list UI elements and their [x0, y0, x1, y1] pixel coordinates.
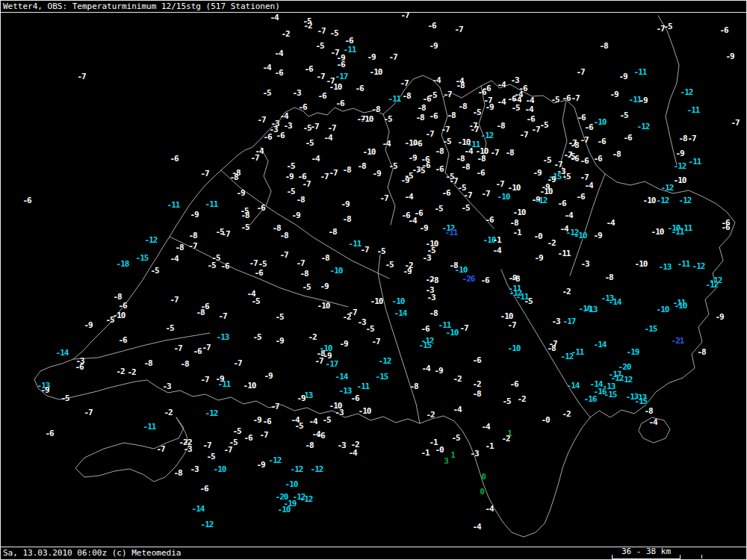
station-temp: -11 [357, 382, 370, 391]
station-temp: -8 [644, 406, 652, 416]
station-temp: -21 [672, 336, 684, 346]
station-temp: -5 [502, 396, 510, 406]
station-temp: 0 [481, 472, 486, 482]
station-temp: -5 [434, 204, 442, 214]
station-temp: -19 [627, 347, 639, 357]
station-temp: -7 [310, 122, 318, 131]
station-temp: -7 [443, 90, 451, 99]
station-temp: -12 [145, 235, 158, 245]
station-temp: -2 [127, 367, 135, 377]
station-temp: -4 [311, 154, 319, 164]
station-temp: -7 [233, 358, 241, 368]
station-temp: -3 [510, 75, 518, 85]
station-temp: -6 [263, 132, 271, 142]
station-temp: -8 [371, 105, 379, 114]
station-temp: -12 [681, 87, 693, 97]
station-temp: -10 [508, 343, 521, 353]
scale-bar: 36 - 38 km [612, 548, 706, 559]
station-temp: -1 [485, 441, 493, 451]
station-temp: -8 [458, 102, 466, 111]
station-temp: -10 [657, 305, 669, 314]
station-temp: -8 [435, 146, 443, 156]
station-temp: -10 [371, 296, 383, 306]
map-area: -7-4-5-2-7-5-2-6-11-5-4-7-9-9-6-4-6-6-7-… [1, 13, 747, 547]
station-temp: -4 [279, 111, 288, 121]
station-temp: -8 [320, 253, 329, 263]
station-temp: -5 [562, 172, 570, 181]
station-temp: -4 [497, 80, 505, 90]
station-temp: -8 [604, 273, 613, 282]
station-temp: -5 [165, 323, 173, 333]
station-temp: -7 [490, 148, 498, 158]
station-temp: -7 [84, 408, 92, 417]
station-temp: -9 [725, 52, 734, 61]
station-temp: -13 [339, 386, 352, 396]
station-temp: -9 [297, 393, 305, 403]
station-temp: -9 [190, 210, 198, 220]
station-temp: -1 [512, 228, 521, 237]
station-temp: -4 [564, 211, 572, 220]
station-temp: -8 [511, 274, 519, 284]
station-temp: -6 [254, 268, 262, 278]
station-temp: -1 [421, 448, 429, 458]
station-temp: -7 [188, 241, 196, 251]
station-temp: -7 [507, 320, 515, 330]
station-temp: -6 [170, 154, 178, 164]
station-temp: -12 [535, 196, 548, 205]
station-temp: -5 [241, 223, 249, 232]
station-temp: -12 [201, 520, 214, 529]
station-temp: -6 [335, 99, 344, 108]
station-temp: -14 [394, 308, 407, 318]
station-temp: -4 [485, 504, 493, 514]
station-temp: 1 [450, 450, 455, 460]
station-temp: -6 [576, 192, 584, 202]
station-temp: -6 [584, 122, 592, 132]
station-temp: -5 [286, 187, 294, 196]
station-temp: -3 [162, 382, 170, 391]
station-temp: -15 [136, 253, 149, 263]
station-temp: -4 [492, 246, 500, 255]
station-temp: -9 [264, 371, 272, 381]
station-temp: -11 [571, 347, 584, 357]
station-temp: -15 [376, 372, 388, 382]
station-temp: -7 [173, 343, 182, 353]
station-temp: -2 [426, 410, 434, 420]
station-temp: -7 [327, 123, 335, 133]
station-temp: -4 [170, 254, 178, 264]
station-temp: -10 [285, 479, 298, 489]
station-temp: -7 [218, 311, 226, 321]
station-temp: -7 [200, 375, 208, 385]
station-temp: -3 [337, 441, 345, 450]
station-temp: -7 [77, 72, 85, 81]
station-temp: -8 [456, 81, 464, 90]
station-temp: -8 [175, 243, 183, 252]
station-temp: -0 [533, 231, 542, 241]
station-temp: -4 [453, 405, 461, 414]
scale-line [612, 555, 681, 559]
station-temp: -3 [183, 444, 191, 454]
station-temp: -4 [481, 422, 489, 432]
station-temp: -10 [392, 296, 405, 306]
station-temp: -6 [719, 25, 728, 35]
station-temp: -7 [302, 179, 310, 189]
station-temp: -4 [606, 218, 614, 228]
station-temp: -5 [150, 266, 158, 276]
station-temp: -10 [675, 301, 687, 311]
station-temp: -4 [408, 216, 416, 225]
station-temp: -17 [326, 359, 338, 369]
station-temp: -8 [188, 231, 196, 240]
station-temp: -14 [335, 372, 348, 382]
station-temp: -11 [672, 227, 684, 237]
station-temp: -10 [329, 82, 342, 92]
station-temp: -8 [402, 91, 410, 101]
station-temp: -8 [357, 161, 365, 171]
station-temp: -6 [480, 276, 489, 285]
station-temp: -6 [316, 431, 324, 441]
station-temp: -3 [283, 121, 291, 131]
station-temp: -5 [542, 155, 551, 165]
station-temp: -4 [584, 181, 592, 190]
station-temp: -10 [330, 266, 343, 276]
station-temp: -8 [496, 121, 504, 131]
station-temp: -2 [562, 287, 570, 296]
station-temp: -6 [429, 111, 437, 121]
